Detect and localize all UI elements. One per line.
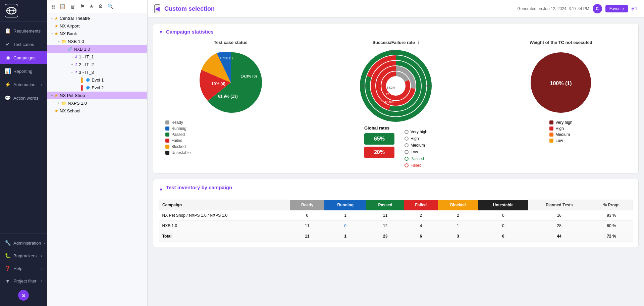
sidebar-item-campaigns[interactable]: ◉ Campaigns: [0, 51, 47, 64]
expand-icon[interactable]: −: [50, 32, 54, 36]
delete-button[interactable]: 🗑: [69, 3, 77, 10]
tree-item-evol2[interactable]: ▌ 🔷 Evol 2: [47, 84, 147, 92]
weight-not-executed-block: Weight of the TC not executed 100% (1) V…: [489, 40, 633, 143]
flag-button[interactable]: ⚑: [79, 3, 86, 10]
sidebar-item-label: Test cases: [13, 42, 34, 47]
legend-high: High: [549, 126, 572, 131]
sidebar-item-action-words[interactable]: 💬 Action words: [0, 92, 47, 104]
sidebar-item-administration[interactable]: 🔧 Administration ›: [0, 237, 47, 249]
radio-group: Very high High Medium: [405, 130, 427, 168]
cell-passed: 23: [366, 231, 404, 242]
success-failure-chart: 50% 50% 20% 100% 80% 54.5% 27.3% 18.2%: [359, 49, 433, 123]
cell-untestable: 0: [478, 210, 528, 221]
radio-low: Low: [405, 150, 427, 154]
expand-icon[interactable]: +: [56, 101, 61, 106]
star-icon: ★: [54, 93, 58, 98]
radio-icon: [405, 150, 409, 154]
star-button[interactable]: ★: [88, 3, 95, 10]
svg-text:20%: 20%: [388, 50, 394, 53]
tree-item-nxb-folder[interactable]: − 📁 NXB 1.0: [47, 38, 147, 45]
tree-item-nx-school[interactable]: + ★ NX School: [47, 107, 147, 115]
radio-medium: Medium: [405, 143, 427, 148]
expand-icon[interactable]: −: [50, 93, 54, 98]
expand-icon[interactable]: +: [70, 55, 74, 59]
weight-pie-chart: 100% (1): [527, 49, 594, 116]
collapse-button[interactable]: ◀: [154, 4, 160, 13]
sidebar-item-requirements[interactable]: 📋 Requirements: [0, 24, 47, 37]
chevron-icon: ›: [41, 267, 42, 270]
stats-row: Test case status 14.3% (3) 61.9% (13): [159, 40, 633, 168]
table-row: Total 11 1 23 6 3 0 44 72 %: [159, 231, 633, 242]
radio-passed: Passed: [405, 156, 427, 161]
toggle-icon[interactable]: ▼: [159, 187, 163, 192]
toggle-icon[interactable]: ▼: [159, 29, 163, 35]
tree-item-evol1[interactable]: ▌ 🔷 Evol 1: [47, 76, 147, 84]
cell-ready: 0: [290, 210, 324, 221]
help-icon: ❓: [5, 265, 11, 271]
tree-item-it1[interactable]: + ↺ 1 - IT_1: [47, 53, 147, 61]
test-inventory-table: Campaign Ready Running Passed Failed Blo…: [159, 200, 633, 242]
expand-icon[interactable]: +: [50, 24, 54, 29]
expand-icon[interactable]: −: [56, 39, 61, 44]
paste-button[interactable]: 📋: [58, 3, 67, 10]
sidebar-item-reporting[interactable]: 📊 Reporting: [0, 65, 47, 78]
test-case-status-block: Test case status 14.3% (3) 61.9% (13): [159, 40, 303, 155]
col-failed: Failed: [404, 200, 438, 210]
expand-icon[interactable]: +: [70, 62, 74, 67]
expand-icon[interactable]: +: [50, 109, 54, 113]
cell-running: 1: [324, 210, 366, 221]
sidebar-item-help[interactable]: ❓ Help ›: [0, 262, 47, 275]
action-words-icon: 💬: [5, 95, 11, 101]
tree-item-nx-airport[interactable]: + ★ NX Airport: [47, 22, 147, 30]
star-icon: ★: [54, 108, 58, 113]
expand-icon[interactable]: −: [70, 70, 74, 75]
legend-dot: [549, 120, 553, 124]
col-ready: Ready: [290, 200, 324, 210]
legend-passed: Passed: [165, 132, 191, 137]
global-rates: Global rates 65% 20%: [364, 125, 394, 158]
weight-legend: Very high High Medium Low: [549, 120, 572, 143]
table-row: NX Pet Shop / NXPS 1.0 / NXPS 1.0 0 1 11…: [159, 210, 633, 221]
svg-text:19% (4): 19% (4): [211, 82, 225, 86]
search-button[interactable]: 🔍: [106, 3, 115, 10]
folder-icon: 📁: [61, 101, 66, 106]
expand-icon: [76, 86, 81, 90]
sidebar-item-automation[interactable]: ⚡ Automation ›: [0, 78, 47, 91]
legend-blocked: Blocked: [165, 144, 191, 149]
sidebar-nav: 📋 Requirements ✔ Test cases ◉ Campaigns …: [0, 22, 47, 234]
chevron-icon: ›: [41, 254, 42, 258]
star-icon: ★: [54, 16, 58, 21]
copy-button[interactable]: ⎘: [50, 3, 56, 10]
tree-item-nx-pet-shop[interactable]: − ★ NX Pet Shop: [47, 92, 147, 99]
test-cases-icon: ✔: [5, 41, 11, 47]
expand-icon[interactable]: +: [50, 16, 54, 21]
expand-icon[interactable]: −: [63, 47, 68, 52]
svg-text:80%: 80%: [387, 108, 393, 112]
tree-item-it3[interactable]: − ↺ 3 - IT_3: [47, 68, 147, 76]
settings-button[interactable]: ⚙: [97, 3, 104, 10]
tree-item-central-theatre[interactable]: + ★ Central Theatre: [47, 14, 147, 22]
svg-text:50%: 50%: [425, 85, 431, 88]
favorite-button[interactable]: Favorite: [605, 5, 628, 12]
sidebar-item-label: Help: [13, 266, 22, 271]
tree-item-nxps-folder[interactable]: + 📁 NXPS 1.0: [47, 99, 147, 107]
sidebar-item-bugtrackers[interactable]: 🐛 Bugtrackers ›: [0, 249, 47, 262]
sidebar-item-test-cases[interactable]: ✔ Test cases: [0, 38, 47, 51]
global-rates-section: Global rates 65% 20% Very high: [364, 125, 427, 168]
tree-item-nx-bank[interactable]: − ★ NX Bank: [47, 30, 147, 38]
tree-item-label: 1 - IT_1: [79, 54, 94, 59]
cell-untestable: 0: [478, 231, 528, 242]
tree-item-nxb-campaign[interactable]: − 🔗 NXB 1.0: [47, 45, 147, 53]
user-avatar[interactable]: S: [18, 290, 29, 301]
cell-progr: 93 %: [590, 210, 633, 221]
legend-low: Low: [549, 138, 572, 143]
filter-button[interactable]: 🏷: [631, 5, 637, 12]
sidebar-item-label: Reporting: [13, 69, 32, 74]
user-avatar-header: C: [593, 4, 602, 13]
col-blocked: Blocked: [438, 200, 478, 210]
automation-icon: ⚡: [5, 82, 11, 88]
bugtrackers-icon: 🐛: [5, 253, 11, 259]
tree-item-it2[interactable]: + ↺ 2 - IT_2: [47, 61, 147, 68]
header-right: Generated on Jun 12, 2024, 3:17:44 PM C …: [517, 4, 637, 13]
sidebar-item-project-filter[interactable]: ▼ Project filter ›: [0, 275, 47, 287]
